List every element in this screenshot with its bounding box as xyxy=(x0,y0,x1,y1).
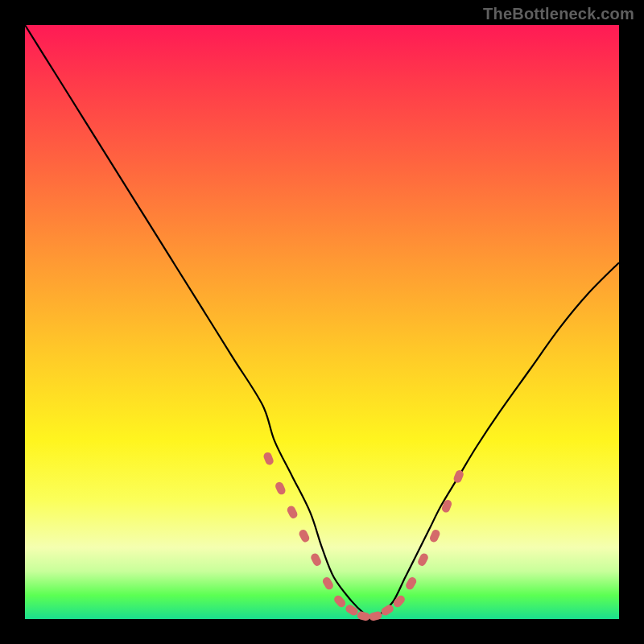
bottleneck-curve xyxy=(25,25,619,619)
curve-marker xyxy=(286,505,299,520)
curve-svg xyxy=(25,25,619,619)
watermark-text: TheBottleneck.com xyxy=(483,5,634,23)
curve-marker xyxy=(321,576,335,591)
curve-marker xyxy=(428,528,441,543)
curve-marker xyxy=(298,528,311,543)
curve-marker xyxy=(416,552,429,568)
curve-marker xyxy=(452,469,464,485)
curve-marker xyxy=(440,499,452,514)
plot-area xyxy=(25,25,619,619)
curve-marker xyxy=(274,481,287,496)
curve-marker xyxy=(368,611,382,622)
curve-marker xyxy=(404,576,418,591)
chart-frame: TheBottleneck.com xyxy=(0,0,644,644)
curve-marker xyxy=(310,552,323,568)
curve-marker xyxy=(262,451,275,466)
curve-marker xyxy=(357,611,371,622)
curve-marker xyxy=(344,603,359,617)
curve-marker xyxy=(380,603,395,617)
curve-marker xyxy=(392,594,407,609)
curve-marker xyxy=(332,594,347,609)
